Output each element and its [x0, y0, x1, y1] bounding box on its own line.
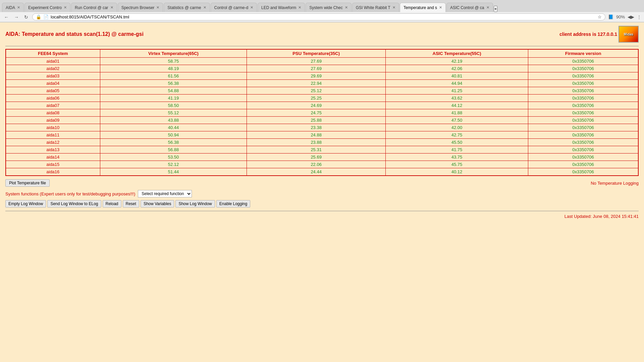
table-row: aida0943.8825.8847.500x3350706 [6, 117, 638, 124]
client-address: client address is 127.0.0.1 [559, 32, 617, 37]
cell-system: aida10 [6, 124, 100, 131]
cell-system: aida13 [6, 146, 100, 154]
tab-close-icon[interactable]: ✕ [392, 5, 395, 10]
tab-close-icon[interactable]: ✕ [345, 5, 348, 10]
menu-icon[interactable]: ⋮ [637, 14, 641, 19]
cell-psu: 24.69 [247, 102, 386, 109]
reset-button[interactable]: Reset [123, 200, 139, 207]
tab-close-icon[interactable]: ✕ [298, 5, 301, 10]
cell-firmware: 0x3350706 [528, 154, 638, 161]
col-header-psu: PSU Temperature(35C) [247, 49, 386, 58]
table-row: aida0361.5629.6940.810x3350706 [6, 72, 638, 80]
cell-firmware: 0x3350706 [528, 65, 638, 72]
table-row: aida0554.8825.1241.250x3350706 [6, 87, 638, 95]
cell-firmware: 0x3350706 [528, 131, 638, 139]
security-icon: 🔒 [36, 14, 41, 19]
plot-logging-row: Plot Temperature file No Temperature Log… [5, 179, 639, 187]
cell-firmware: 0x3350706 [528, 102, 638, 109]
tab-gsi-white-rabbit[interactable]: GSI White Rabbit T ✕ [352, 3, 399, 12]
table-row: aida1356.8825.3141.750x3350706 [6, 146, 638, 154]
send-log-elog-button[interactable]: Send Log Window to ELog [47, 200, 101, 207]
tab-control[interactable]: Control @ carme-d ✕ [211, 3, 257, 12]
cell-virtex: 52.12 [100, 161, 247, 168]
col-header-system: FEE64 System [6, 49, 100, 58]
cell-system: aida14 [6, 154, 100, 161]
enable-logging-button[interactable]: Enable Logging [216, 200, 250, 207]
function-select[interactable]: Select required function [138, 190, 192, 197]
show-log-window-button[interactable]: Show Log Window [175, 200, 215, 207]
extensions-icon[interactable]: ◀▶ [628, 14, 634, 19]
table-row: aida1150.9424.8842.750x3350706 [6, 131, 638, 139]
tab-label: Spectrum Browser [121, 5, 155, 10]
tab-asic-control[interactable]: ASIC Control @ ca ✕ [446, 3, 493, 12]
cell-psu: 22.94 [247, 80, 386, 87]
cell-asic: 42.75 [386, 131, 528, 139]
tab-aida[interactable]: AIDA ✕ [2, 3, 24, 12]
tab-spectrum-browser[interactable]: Spectrum Browser ✕ [118, 3, 163, 12]
table-row: aida1040.4423.3842.000x3350706 [6, 124, 638, 131]
cell-firmware: 0x3350706 [528, 87, 638, 95]
tab-run-control[interactable]: Run Control @ car ✕ [71, 3, 117, 12]
tab-system-wide-check[interactable]: System wide Chec ✕ [306, 3, 351, 12]
reload-button[interactable]: ↻ [23, 14, 30, 20]
cell-firmware: 0x3350706 [528, 72, 638, 80]
cell-asic: 41.88 [386, 109, 528, 117]
cell-asic: 44.94 [386, 80, 528, 87]
address-input[interactable] [51, 14, 596, 19]
cell-firmware: 0x3350706 [528, 117, 638, 124]
plot-temperature-button[interactable]: Plot Temperature file [5, 179, 50, 187]
no-logging-text: No Temperature Logging [591, 181, 639, 186]
tab-label: Temperature and s [404, 5, 437, 10]
back-button[interactable]: ← [3, 14, 10, 20]
tab-close-icon[interactable]: ✕ [110, 5, 113, 10]
page-icon: 📄 [43, 14, 49, 19]
tab-close-icon[interactable]: ✕ [250, 5, 253, 10]
tab-led-waveform[interactable]: LED and Waveform ✕ [258, 3, 305, 12]
address-box[interactable]: 🔒 📄 ☆ [32, 13, 605, 20]
cell-psu: 25.88 [247, 117, 386, 124]
tab-close-icon[interactable]: ✕ [439, 5, 442, 10]
cell-psu: 24.44 [247, 168, 386, 176]
tab-temperature[interactable]: Temperature and s ✕ [400, 3, 446, 12]
zoom-level: 90% [616, 14, 625, 19]
cell-firmware: 0x3350706 [528, 139, 638, 146]
reload-button-action[interactable]: Reload [103, 200, 121, 207]
forward-button[interactable]: → [13, 14, 20, 20]
cell-firmware: 0x3350706 [528, 80, 638, 87]
system-functions-row: System functions (Expert users only for … [5, 190, 639, 197]
table-row: aida0641.1925.2543.620x3350706 [6, 95, 638, 102]
cell-asic: 41.25 [386, 87, 528, 95]
tab-label: AIDA [6, 5, 15, 10]
cell-psu: 24.88 [247, 131, 386, 139]
cell-psu: 25.25 [247, 95, 386, 102]
table-row: aida0248.1927.6942.060x3350706 [6, 65, 638, 72]
footer-divider [5, 211, 639, 211]
cell-system: aida07 [6, 102, 100, 109]
cell-asic: 44.12 [386, 102, 528, 109]
tab-statistics[interactable]: Statistics @ carme ✕ [164, 3, 210, 12]
tab-close-icon[interactable]: ✕ [486, 5, 489, 10]
tab-experiment-control[interactable]: Experiment Contro ✕ [24, 3, 70, 12]
tab-label: System wide Chec [309, 5, 342, 10]
cell-psu: 27.69 [247, 65, 386, 72]
tab-close-icon[interactable]: ✕ [203, 5, 206, 10]
cell-psu: 27.69 [247, 58, 386, 65]
header-logo-group: client address is 127.0.0.1 Midas [559, 26, 639, 43]
cell-asic: 42.19 [386, 58, 528, 65]
show-variables-button[interactable]: Show Variables [141, 200, 174, 207]
tab-close-icon[interactable]: ✕ [64, 5, 67, 10]
tab-bar: AIDA ✕ Experiment Contro ✕ Run Control @… [0, 0, 644, 12]
tab-close-icon[interactable]: ✕ [17, 5, 20, 10]
tab-label: LED and Waveform [261, 5, 296, 10]
empty-log-window-button[interactable]: Empty Log Window [5, 200, 46, 207]
cell-system: aida09 [6, 117, 100, 124]
star-icon[interactable]: ☆ [598, 14, 602, 19]
cell-asic: 45.50 [386, 139, 528, 146]
cell-virtex: 53.50 [100, 154, 247, 161]
temperature-table: FEE64 System Virtex Temperature(65C) PSU… [5, 49, 639, 176]
cell-psu: 25.31 [247, 146, 386, 154]
tab-label: ASIC Control @ ca [450, 5, 484, 10]
bookmark-icon[interactable]: 📘 [608, 14, 613, 19]
tab-close-icon[interactable]: ✕ [156, 5, 159, 10]
new-tab-button[interactable]: + [494, 6, 498, 12]
